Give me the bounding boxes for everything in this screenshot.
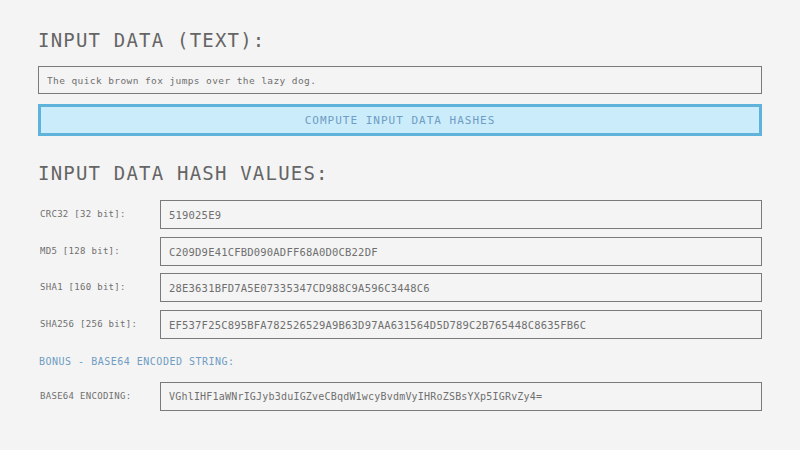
crc32-label: CRC32 [32 bit]: — [40, 200, 126, 228]
compute-hashes-button[interactable]: COMPUTE INPUT DATA HASHES — [38, 104, 762, 136]
input-data-field[interactable] — [38, 66, 762, 94]
input-data-heading: INPUT DATA (TEXT): — [38, 31, 266, 50]
sha1-value-field[interactable]: 28E3631BFD7A5E07335347CD988C9A596C3448C6 — [160, 273, 762, 302]
hash-tool-app: INPUT DATA (TEXT): COMPUTE INPUT DATA HA… — [0, 0, 800, 450]
base64-value-field[interactable]: VGhlIHF1aWNrIGJyb3duIGZveCBqdW1wcyBvdmVy… — [160, 382, 762, 411]
md5-label: MD5 [128 bit]: — [40, 237, 120, 265]
base64-encoding-label: BASE64 ENCODING: — [40, 382, 132, 410]
crc32-value-field[interactable]: 519025E9 — [160, 200, 762, 229]
sha256-value-field[interactable]: EF537F25C895BFA782526529A9B63D97AA631564… — [160, 310, 762, 339]
bonus-base64-heading: BONUS - BASE64 ENCODED STRING: — [39, 356, 235, 367]
hash-values-heading: INPUT DATA HASH VALUES: — [38, 164, 329, 183]
md5-value-field[interactable]: C209D9E41CFBD090ADFF68A0D0CB22DF — [160, 237, 762, 266]
sha256-label: SHA256 [256 bit]: — [40, 310, 137, 338]
sha1-label: SHA1 [160 bit]: — [40, 273, 126, 301]
